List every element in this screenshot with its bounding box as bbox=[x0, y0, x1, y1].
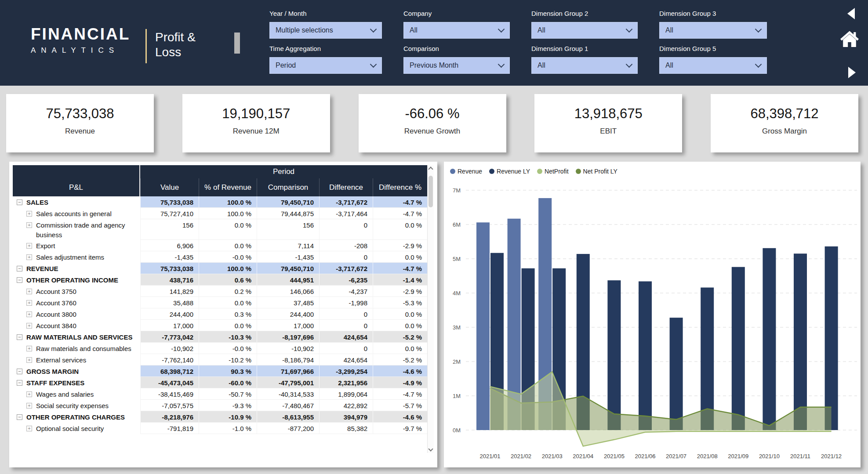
kpi-card-ebit[interactable]: 13,918,675EBIT bbox=[534, 94, 682, 152]
table-scrollbar[interactable] bbox=[427, 165, 434, 453]
revenue-net-profit-chart[interactable]: 0M1M2M3M4M5M6M7M2021/012021/022021/03202… bbox=[449, 177, 857, 462]
legend-label: Revenue bbox=[458, 168, 482, 175]
expand-icon[interactable]: + bbox=[26, 211, 32, 217]
revenue-ly-bar[interactable] bbox=[825, 246, 838, 430]
collapse-icon[interactable]: − bbox=[17, 380, 22, 386]
kpi-card-revenue-growth[interactable]: -66.06 %Revenue Growth bbox=[359, 94, 506, 152]
pnl-row-commission-trade-and-agency-business[interactable]: +Commission trade and agency business156… bbox=[13, 219, 427, 240]
pnl-row-other-operating-charges[interactable]: −OTHER OPERATING CHARGES-8,218,976-10.9 … bbox=[13, 411, 427, 423]
expand-icon[interactable]: + bbox=[26, 346, 32, 351]
filter-label: Time Aggregation bbox=[269, 45, 382, 52]
column-header-comparison[interactable]: Comparison bbox=[257, 178, 319, 196]
column-header--of-revenue[interactable]: % of Revenue bbox=[199, 178, 257, 196]
filter-label: Comparison bbox=[403, 45, 510, 52]
revenue-ly-bar[interactable] bbox=[732, 267, 745, 430]
kpi-card-revenue[interactable]: 75,733,038Revenue bbox=[6, 94, 154, 152]
home-icon[interactable] bbox=[839, 28, 860, 49]
pnl-row-account-3750[interactable]: +Account 3750141,8290.2 %146,066-4,237-2… bbox=[13, 286, 427, 297]
pnl-row-sales[interactable]: −SALES75,733,038100.0 %79,450,710-3,717,… bbox=[13, 196, 427, 208]
kpi-card-revenue-12m[interactable]: 19,190,157Revenue 12M bbox=[182, 94, 330, 152]
collapse-icon[interactable]: − bbox=[17, 334, 22, 340]
revenue-ly-bar[interactable] bbox=[607, 280, 621, 430]
kpi-card-gross-margin[interactable]: 68,398,712Gross Margin bbox=[711, 94, 858, 152]
value-cell: -10.3 % bbox=[199, 331, 257, 343]
expand-icon[interactable]: + bbox=[26, 254, 32, 260]
expand-icon[interactable]: + bbox=[26, 357, 32, 363]
y-axis-tick: 0M bbox=[453, 427, 461, 434]
revenue-ly-bar[interactable] bbox=[763, 248, 776, 430]
revenue-ly-bar[interactable] bbox=[794, 253, 807, 430]
collapse-icon[interactable]: − bbox=[17, 369, 22, 374]
pnl-row-sales-accounts-in-general[interactable]: +Sales accounts in general75,727,410100.… bbox=[13, 208, 427, 219]
pnl-label-cell: −REVENUE bbox=[13, 263, 140, 274]
pnl-row-account-3760[interactable]: +Account 376035,4880.0 %37,485-1,998-5.3… bbox=[13, 297, 427, 308]
expand-icon[interactable]: + bbox=[26, 243, 32, 249]
pnl-row-gross-margin[interactable]: −GROSS MARGIN68,398,71290.3 %71,697,966-… bbox=[13, 365, 427, 377]
pnl-row-account-3800[interactable]: +Account 3800244,4000.3 %244,40000.0 % bbox=[13, 308, 427, 320]
revenue-ly-bar[interactable] bbox=[639, 281, 652, 430]
pnl-row-other-operating-income[interactable]: −OTHER OPERATING INCOME438,7160.6 %444,9… bbox=[13, 274, 427, 286]
pnl-row-account-3840[interactable]: +Account 384017,0000.0 %17,00000.0 % bbox=[13, 320, 427, 331]
filter-dropdown[interactable]: Period bbox=[269, 57, 382, 74]
pnl-row-external-services[interactable]: +External services-7,762,140-10.2 %-8,18… bbox=[13, 354, 427, 365]
collapse-icon[interactable]: − bbox=[17, 266, 22, 271]
pnl-row-raw-materials-and-services[interactable]: −RAW MATERIALS AND SERVICES-7,773,042-10… bbox=[13, 331, 427, 343]
netprofit-area[interactable] bbox=[490, 372, 832, 446]
legend-item-netprofit[interactable]: NetProfit bbox=[537, 168, 568, 175]
pnl-row-optional-social-security[interactable]: +Optional social security-791,819-1.0 %-… bbox=[13, 423, 427, 434]
expand-icon[interactable]: + bbox=[26, 289, 32, 294]
pnl-label: Sales adjustment items bbox=[32, 253, 107, 262]
pnl-row-staff-expenses[interactable]: −STAFF EXPENSES-45,473,045-60.0 %-47,795… bbox=[13, 377, 427, 388]
pnl-label: SALES bbox=[22, 198, 51, 207]
expand-icon[interactable]: + bbox=[26, 426, 32, 431]
pnl-row-social-security-expenses[interactable]: +Social security expenses-7,057,575-9.3 … bbox=[13, 400, 427, 411]
pnl-row-sales-adjustment-items[interactable]: +Sales adjustment items-1,435-0.0 %-1,43… bbox=[13, 251, 427, 263]
back-arrow-icon[interactable] bbox=[847, 8, 855, 19]
pnl-label: Account 3750 bbox=[32, 287, 79, 297]
expand-icon[interactable]: + bbox=[26, 323, 32, 329]
value-cell: 71,697,966 bbox=[257, 365, 319, 377]
expand-icon[interactable]: + bbox=[26, 222, 32, 228]
collapse-icon[interactable]: − bbox=[17, 199, 22, 205]
column-header-value[interactable]: Value bbox=[140, 178, 199, 196]
pnl-row-wages-and-salaries[interactable]: +Wages and salaries-38,415,469-50.7 %-40… bbox=[13, 388, 427, 400]
y-axis-tick: 4M bbox=[453, 290, 461, 297]
forward-arrow-icon[interactable] bbox=[848, 67, 856, 78]
expand-icon[interactable]: + bbox=[26, 403, 32, 409]
pnl-row-revenue[interactable]: −REVENUE75,733,038100.0 %79,450,710-3,71… bbox=[13, 263, 427, 274]
filter-dropdown[interactable]: All bbox=[403, 22, 510, 39]
pnl-row-export[interactable]: +Export6,9060.0 %7,114-208-2.9 % bbox=[13, 240, 427, 251]
y-axis-tick: 2M bbox=[453, 358, 461, 365]
value-cell: 0.2 % bbox=[199, 286, 257, 297]
scroll-up-icon[interactable] bbox=[428, 166, 433, 171]
revenue-ly-bar[interactable] bbox=[670, 318, 683, 430]
pnl-label-cell: +Social security expenses bbox=[13, 400, 140, 411]
filter-dropdown[interactable]: Previous Month bbox=[403, 57, 510, 74]
expand-icon[interactable]: + bbox=[26, 311, 32, 317]
collapse-icon[interactable]: − bbox=[17, 414, 22, 420]
revenue-bar[interactable] bbox=[476, 222, 490, 430]
legend-item-revenue[interactable]: Revenue bbox=[450, 168, 482, 175]
column-header-p-l[interactable]: P&L bbox=[13, 178, 140, 196]
filter-dropdown[interactable]: All bbox=[659, 22, 767, 39]
value-cell: -3,299,254 bbox=[319, 365, 373, 377]
scroll-down-icon[interactable] bbox=[428, 446, 433, 451]
legend-item-revenue-ly[interactable]: Revenue LY bbox=[489, 168, 530, 175]
collapse-icon[interactable]: − bbox=[17, 277, 22, 283]
expand-icon[interactable]: + bbox=[26, 391, 32, 397]
column-header-difference-[interactable]: Difference % bbox=[373, 178, 427, 196]
pnl-row-raw-materials-and-consumables[interactable]: +Raw materials and consumables-10,902-0.… bbox=[13, 343, 427, 354]
filter-dropdown[interactable]: All bbox=[531, 22, 638, 39]
brand-logo-line2: ANALYTICS bbox=[31, 46, 130, 55]
chevron-down-icon bbox=[626, 25, 633, 33]
filter-dropdown[interactable]: Multiple selections bbox=[269, 22, 382, 39]
value-cell: 0.0 % bbox=[373, 219, 427, 240]
filter-dropdown[interactable]: All bbox=[531, 57, 638, 74]
scrollbar-thumb[interactable] bbox=[429, 176, 433, 207]
value-cell: 0.0 % bbox=[199, 297, 257, 308]
column-header-difference[interactable]: Difference bbox=[319, 178, 373, 196]
filter-dropdown[interactable]: All bbox=[659, 57, 767, 74]
expand-icon[interactable]: + bbox=[26, 300, 32, 306]
pnl-label: Account 3840 bbox=[32, 321, 79, 331]
legend-item-net-profit-ly[interactable]: Net Profit LY bbox=[576, 168, 617, 175]
